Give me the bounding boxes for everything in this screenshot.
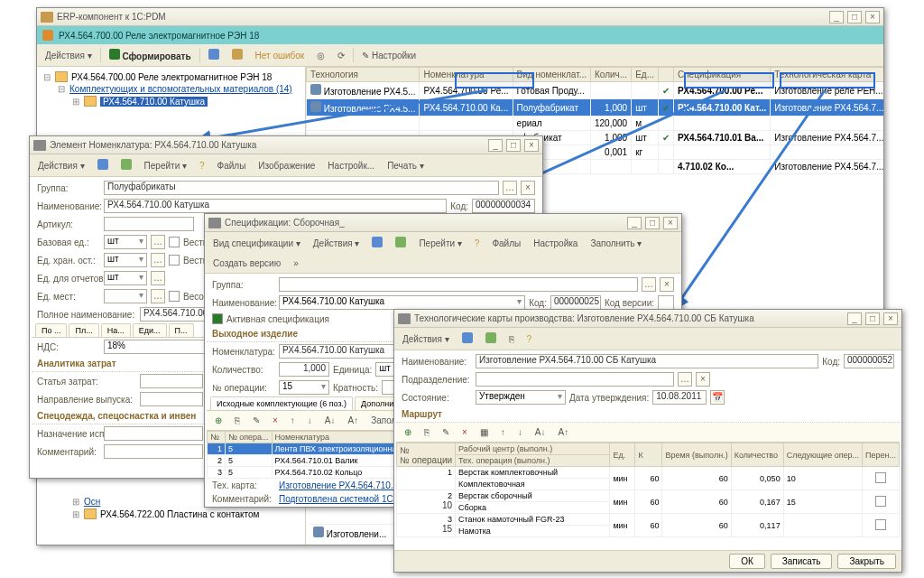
sort-icon[interactable]: A↓ [320, 413, 340, 428]
minimize-button[interactable]: _ [829, 11, 844, 23]
name-select[interactable]: РХ4.564.710.00 Катушка [279, 295, 525, 310]
tab-4[interactable]: П... [169, 323, 194, 337]
state-select[interactable]: Утвержден [476, 390, 566, 405]
otch-select[interactable]: шт [104, 271, 147, 285]
ok-button[interactable]: ОК [729, 554, 765, 569]
save-icon[interactable] [367, 234, 387, 252]
print-menu[interactable]: Печать ▾ [383, 158, 429, 173]
nds-select[interactable]: 18% [104, 340, 212, 354]
sort2-icon[interactable]: A↑ [344, 413, 364, 428]
vesov-check[interactable] [169, 291, 180, 302]
refresh-icon[interactable] [391, 234, 411, 252]
tab-1[interactable]: Пл... [69, 323, 98, 337]
code-input[interactable]: 000000025 [550, 295, 601, 310]
delete-icon[interactable]: × [457, 424, 472, 440]
settings-button[interactable]: Настройка [529, 236, 582, 251]
down-icon[interactable]: ↓ [303, 413, 317, 428]
col-nom[interactable]: Номенклатура [420, 68, 513, 82]
maximize-button[interactable]: □ [645, 217, 660, 229]
tb-icon-2[interactable] [227, 46, 247, 64]
code-input[interactable]: 000000052 [844, 354, 894, 368]
tb-icon-1[interactable] [204, 46, 224, 64]
col-tech[interactable]: Технология [307, 68, 420, 82]
komm-input[interactable] [104, 444, 203, 459]
grid-row[interactable]: Изготовление РХ4.5...РХ4.564.700.00 Ре..… [307, 82, 884, 99]
tb-icon[interactable]: ⎘ [504, 331, 519, 347]
more-icon[interactable]: » [289, 256, 303, 271]
refresh-icon[interactable] [481, 330, 501, 348]
tab-2[interactable]: На... [101, 323, 131, 337]
tree-sub[interactable]: ⊟Комплектующих и вспомогательных материа… [42, 83, 300, 95]
col-spec[interactable]: Спецификация [673, 68, 770, 82]
files-button[interactable]: Файлы [487, 236, 525, 251]
go-menu[interactable]: Перейти ▾ [140, 158, 191, 173]
col-time[interactable]: Время (выполн.) [662, 443, 731, 467]
code-input[interactable]: 00000000034 [472, 199, 535, 213]
settings-button[interactable]: Настройк... [323, 158, 379, 173]
art-input[interactable] [104, 217, 194, 231]
pick-button[interactable]: … [151, 271, 165, 285]
up-icon[interactable]: ↑ [496, 424, 510, 440]
mest-select[interactable] [104, 289, 147, 303]
col-next[interactable]: Следующие опер... [783, 443, 862, 467]
tab-src[interactable]: Исходные комплектующие (6 поз.) [210, 396, 353, 410]
col-chk[interactable] [658, 68, 673, 82]
col-map[interactable]: Технологическая карта [771, 68, 883, 82]
maximize-button[interactable]: □ [506, 139, 521, 152]
close-button[interactable]: × [865, 11, 880, 23]
col-kind[interactable]: Вид номенклат... [513, 68, 590, 82]
sort-icon[interactable]: A↓ [531, 424, 550, 440]
nazn-input[interactable] [104, 426, 203, 441]
actions-menu[interactable]: Действия ▾ [41, 48, 97, 63]
minimize-button[interactable]: _ [627, 217, 642, 229]
files-button[interactable]: Файлы [213, 158, 251, 173]
tree-root[interactable]: ⊟РХ4.564.700.00 Реле электромагнитное РЭ… [42, 70, 300, 83]
select-button[interactable]: … [642, 277, 656, 292]
pick-button[interactable]: … [151, 235, 165, 249]
base-select[interactable]: шт [104, 235, 147, 249]
actions-menu[interactable]: Действия ▾ [309, 236, 365, 251]
close-button[interactable]: × [663, 217, 678, 229]
active-check[interactable] [212, 313, 223, 324]
help-icon[interactable]: ? [195, 158, 209, 173]
delete-icon[interactable]: × [268, 413, 282, 428]
image-button[interactable]: Изображение [254, 158, 319, 173]
col-qty[interactable]: Колич... [590, 68, 631, 82]
tab-0[interactable]: По ... [35, 323, 67, 337]
date-input[interactable]: 10.08.2011 [652, 390, 707, 405]
st-input[interactable] [140, 374, 203, 388]
vesti-check[interactable] [169, 237, 180, 247]
refresh-icon[interactable] [116, 156, 136, 174]
name-input[interactable]: РХ4.564.710.00 Катушка [104, 199, 447, 213]
actions-menu[interactable]: Действия ▾ [33, 158, 89, 173]
col-unit[interactable]: Ед... [632, 68, 659, 82]
edit-icon[interactable]: ✎ [248, 413, 264, 428]
maximize-button[interactable]: □ [865, 312, 880, 325]
close-button[interactable]: × [524, 139, 539, 152]
col-n[interactable]: №№ операции [397, 443, 456, 467]
name-input[interactable]: Изготовление РХ4.564.710.00 СБ Катушка [476, 354, 818, 368]
select-button[interactable]: … [503, 181, 517, 195]
copy-icon[interactable]: ⎘ [420, 424, 434, 440]
save-icon[interactable] [93, 156, 113, 174]
col-rc[interactable]: Рабочий центр (выполн.) [456, 443, 610, 455]
add-icon[interactable]: ⊕ [400, 424, 416, 440]
pick-button[interactable]: … [151, 289, 165, 303]
help-icon[interactable]: ? [522, 331, 537, 347]
col-qty[interactable]: Количество [731, 443, 783, 467]
view-menu[interactable]: Вид спецификации ▾ [208, 236, 305, 251]
calendar-icon[interactable]: 📅 [710, 390, 725, 405]
podr-input[interactable] [476, 372, 674, 387]
actions-menu[interactable]: Действия ▾ [398, 331, 454, 347]
close-button[interactable]: × [883, 312, 898, 325]
hran-select[interactable]: шт [104, 253, 147, 267]
clear-button[interactable]: × [521, 181, 535, 195]
col-ed[interactable]: Ед. [610, 443, 635, 467]
up-icon[interactable]: ↑ [286, 413, 300, 428]
doc-header[interactable]: РХ4.564.700.00 Реле электромагнитное РЭН… [37, 26, 883, 44]
save-icon[interactable] [457, 330, 477, 348]
version-button[interactable]: Создать версию [208, 256, 285, 271]
tree-last[interactable]: ⊞РХ4.564.722.00 Пластина с контактом [42, 508, 300, 520]
tk-grid[interactable]: №№ операции Рабочий центр (выполн.) Ед. … [396, 443, 900, 537]
tb-icon-4[interactable]: ⟳ [333, 48, 349, 63]
